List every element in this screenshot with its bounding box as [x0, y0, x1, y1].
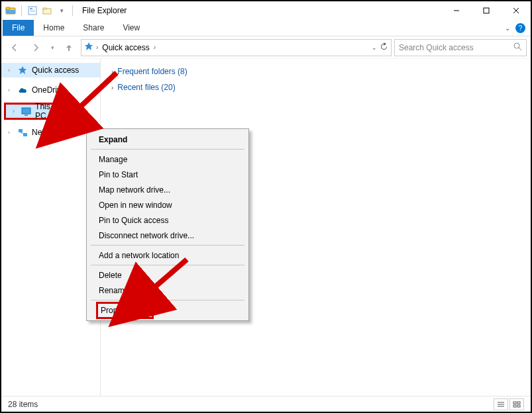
separator: [21, 5, 22, 16]
monitor-icon: [21, 106, 31, 116]
recent-locations-button[interactable]: ▾: [48, 38, 57, 57]
help-icon[interactable]: ?: [515, 23, 525, 33]
menu-item-properties[interactable]: Properties: [88, 302, 247, 318]
svg-rect-17: [22, 108, 30, 114]
sidebar-item-label: This PC: [34, 102, 61, 120]
chevron-right-icon[interactable]: ›: [96, 44, 98, 51]
chevron-right-icon[interactable]: ›: [8, 129, 15, 136]
status-text: 28 items: [8, 400, 38, 409]
svg-rect-19: [19, 129, 23, 132]
refresh-icon[interactable]: [380, 42, 388, 53]
sidebar-item-onedrive[interactable]: › OneDrive: [1, 83, 100, 97]
context-menu: Expand Manage Pin to Start Map network d…: [86, 128, 249, 321]
status-bar: 28 items: [1, 396, 531, 412]
group-label: Frequent folders (8): [117, 67, 187, 76]
tab-share[interactable]: Share: [74, 20, 113, 36]
svg-rect-8: [43, 8, 46, 9]
nav-row: ▾ › Quick access › ⌄ Search Quick access: [1, 36, 531, 59]
menu-item-rename[interactable]: Rename: [88, 283, 247, 298]
app-icon: [4, 4, 17, 17]
svg-rect-28: [517, 405, 520, 407]
large-icons-view-button[interactable]: [509, 398, 524, 410]
svg-rect-4: [30, 8, 32, 9]
menu-item-manage[interactable]: Manage: [88, 152, 247, 167]
file-tab[interactable]: File: [3, 20, 34, 36]
group-label: Recent files (20): [117, 83, 175, 92]
menu-item-expand[interactable]: Expand: [88, 132, 247, 147]
chevron-right-icon[interactable]: ›: [13, 108, 19, 115]
svg-rect-27: [513, 405, 516, 407]
svg-rect-1: [6, 7, 10, 9]
tab-view[interactable]: View: [113, 20, 149, 36]
search-placeholder: Search Quick access: [399, 43, 474, 52]
search-icon: [513, 42, 522, 53]
ribbon: File Home Share View ⌄ ?: [1, 20, 531, 36]
chevron-right-icon[interactable]: ›: [8, 87, 15, 93]
body: › Quick access › OneDrive › This PC › Ne…: [1, 59, 531, 396]
chevron-right-icon[interactable]: ›: [111, 68, 113, 75]
chevron-right-icon[interactable]: ›: [154, 44, 156, 51]
svg-point-14: [514, 43, 519, 48]
search-input[interactable]: Search Quick access: [394, 39, 527, 56]
cloud-icon: [17, 85, 28, 95]
window-title: File Explorer: [78, 6, 127, 15]
network-icon: [17, 127, 28, 138]
star-icon: [17, 65, 28, 75]
menu-item-delete[interactable]: Delete: [88, 267, 247, 283]
close-button[interactable]: [501, 1, 531, 20]
menu-item-pin-to-start[interactable]: Pin to Start: [88, 167, 247, 182]
svg-rect-25: [513, 402, 516, 404]
forward-button[interactable]: [27, 38, 45, 57]
ribbon-expand-icon[interactable]: ⌄: [505, 24, 510, 32]
svg-marker-13: [85, 42, 93, 50]
up-button[interactable]: [60, 38, 78, 57]
sidebar-item-quick-access[interactable]: › Quick access: [1, 63, 100, 77]
menu-item-disconnect-network-drive[interactable]: Disconnect network drive...: [88, 228, 247, 243]
tab-home[interactable]: Home: [34, 20, 74, 36]
svg-rect-18: [25, 115, 28, 116]
new-folder-icon[interactable]: [40, 4, 54, 17]
breadcrumb[interactable]: Quick access: [101, 43, 150, 52]
menu-divider: [91, 245, 244, 246]
sidebar-item-label: Network: [30, 128, 61, 137]
titlebar: ▾ File Explorer: [1, 1, 531, 20]
file-explorer-window: ▾ File Explorer File Home Share View ⌄ ?…: [0, 0, 532, 413]
details-view-button[interactable]: [494, 398, 508, 410]
svg-rect-26: [517, 402, 520, 404]
menu-divider: [91, 149, 244, 150]
properties-icon[interactable]: [26, 4, 39, 17]
sidebar-item-label: OneDrive: [30, 85, 66, 95]
sidebar-item-network[interactable]: › Network: [1, 125, 100, 140]
chevron-right-icon[interactable]: ›: [111, 84, 113, 91]
svg-rect-10: [484, 8, 489, 13]
menu-item-map-network-drive[interactable]: Map network drive...: [88, 182, 247, 197]
address-bar[interactable]: › Quick access › ⌄: [81, 39, 392, 56]
group-recent-files[interactable]: › Recent files (20): [111, 83, 520, 92]
menu-item-pin-quick-access[interactable]: Pin to Quick access: [88, 212, 247, 228]
separator: [72, 5, 73, 16]
sidebar-item-this-pc[interactable]: › This PC: [4, 103, 63, 120]
svg-line-15: [519, 48, 521, 50]
svg-rect-6: [30, 11, 35, 12]
qat-dropdown-icon[interactable]: ▾: [55, 4, 68, 17]
group-frequent-folders[interactable]: › Frequent folders (8): [111, 67, 520, 76]
menu-item-open-new-window[interactable]: Open in new window: [88, 197, 247, 212]
menu-divider: [91, 265, 244, 265]
svg-rect-2: [6, 10, 15, 14]
quick-access-star-icon: [84, 42, 93, 53]
menu-divider: [91, 300, 244, 300]
chevron-right-icon[interactable]: ›: [8, 67, 15, 73]
back-button[interactable]: [5, 38, 24, 57]
svg-marker-16: [19, 66, 27, 74]
minimize-button[interactable]: [441, 1, 471, 20]
address-dropdown-icon[interactable]: ⌄: [372, 44, 377, 51]
maximize-button[interactable]: [471, 1, 501, 20]
sidebar-item-label: Quick access: [30, 66, 79, 75]
svg-rect-5: [30, 10, 35, 11]
menu-item-add-network-location[interactable]: Add a network location: [88, 248, 247, 263]
